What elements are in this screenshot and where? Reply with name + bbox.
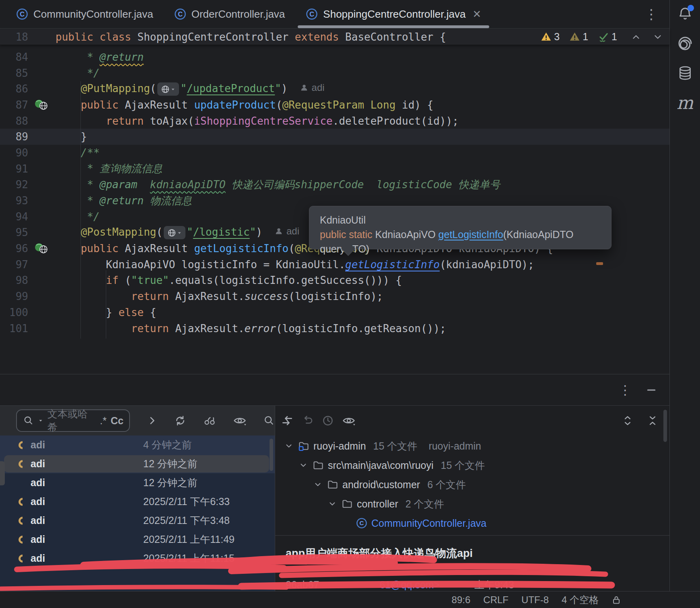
left-stripe-handle[interactable] <box>0 461 5 485</box>
log-search-field[interactable]: 文本或哈希 .* Cc <box>16 409 130 432</box>
gutter-icon-area <box>28 177 56 193</box>
line-number: 98 <box>0 274 28 286</box>
folder-icon <box>313 460 324 470</box>
tab-list-menu-icon[interactable]: ⋮ <box>644 7 658 21</box>
expand-all-icon[interactable] <box>622 415 633 427</box>
status-indent-setting[interactable]: 4 个空格 <box>562 594 599 606</box>
commit-row[interactable]: adi2025/2/11 下午3:48 <box>0 511 275 530</box>
url-mapping-gutter-icon[interactable] <box>34 243 50 254</box>
inline-url-chip[interactable] <box>164 226 185 239</box>
commit-hash-line: 96ab67 61@qq.com> 上午9:43 <box>286 578 514 592</box>
compare-icon[interactable] <box>281 414 294 427</box>
editor-tab-active[interactable]: CShoppingCentreController.java✕ <box>295 0 492 28</box>
error-stripe-mark[interactable] <box>596 262 603 265</box>
commit-list[interactable]: adi4 分钟之前adi12 分钟之前adi12 分钟之前adi2025/2/1… <box>0 435 275 591</box>
inline-url-chip[interactable] <box>157 82 179 96</box>
line-number: 84 <box>0 51 28 63</box>
tree-row[interactable]: controller2 个文件 <box>275 494 669 514</box>
ide-window: CCommunityController.javaCOrderControlle… <box>0 0 700 608</box>
gutter-icon-area <box>28 288 56 304</box>
next-problem-icon[interactable] <box>653 32 663 42</box>
code-line[interactable]: 98 if ("true".equals(logisticInfo.getSuc… <box>0 273 669 289</box>
maven-icon[interactable]: m <box>676 94 694 112</box>
tree-row[interactable]: CCommunityController.java <box>275 514 669 533</box>
status-line-ending[interactable]: CRLF <box>483 594 509 606</box>
notifications-icon[interactable] <box>676 5 694 23</box>
ai-assistant-icon[interactable] <box>676 35 694 52</box>
refresh-icon[interactable] <box>174 415 186 427</box>
chevron-down-icon[interactable] <box>327 499 338 508</box>
code-author-annotation: adi <box>300 82 325 93</box>
expand-search-icon[interactable] <box>147 415 157 426</box>
code-editor[interactable]: 18 public class ShoppingCentreController… <box>0 29 669 374</box>
code-line-text: /** <box>56 147 100 159</box>
code-line[interactable]: 85 */ <box>0 65 669 81</box>
code-line[interactable]: 91 * 查询物流信息 <box>0 161 669 177</box>
chevron-down-icon[interactable] <box>298 461 309 470</box>
code-line-text: return toAjax(iShoppingCentreService.del… <box>56 115 459 127</box>
database-icon[interactable] <box>676 64 694 82</box>
match-case-toggle[interactable]: Cc <box>111 415 124 427</box>
code-line[interactable]: 97 KdniaoApiVO logisticInfo = KdniaoUtil… <box>0 257 669 273</box>
code-line[interactable]: 99 return AjaxResult.success(logisticInf… <box>0 288 669 304</box>
code-line[interactable]: 90 /** <box>0 145 669 161</box>
regex-toggle[interactable]: .* <box>100 415 107 427</box>
tab-label: CommunityController.java <box>33 8 153 21</box>
code-line[interactable]: 89 } <box>0 129 669 145</box>
code-line[interactable]: 87 public AjaxResult updateProduct(@Requ… <box>0 97 669 113</box>
code-line[interactable]: 86 @PutMapping("/updateProduct")adi <box>0 81 669 97</box>
details-scrollbar[interactable] <box>663 410 667 442</box>
branches-icon[interactable] <box>203 415 216 427</box>
hide-tool-window-icon[interactable] <box>645 384 657 396</box>
code-line[interactable]: 101 return AjaxResult.error(logisticInfo… <box>0 320 669 337</box>
chevron-down-icon[interactable] <box>284 442 294 450</box>
warnings-count[interactable]: 3 <box>541 31 560 43</box>
readonly-lock-icon[interactable] <box>611 595 621 605</box>
ok-checks-count[interactable]: 1 <box>598 31 617 43</box>
url-mapping-gutter-icon[interactable] <box>34 99 50 111</box>
undo-icon[interactable] <box>302 415 314 427</box>
gutter-icon-area <box>28 304 56 320</box>
close-tab-icon[interactable]: ✕ <box>472 8 481 21</box>
tree-row[interactable]: src\main\java\com\ruoyi15 个文件 <box>275 456 669 475</box>
editor-tab[interactable]: CCommunityController.java <box>6 0 164 28</box>
eye-filter-icon[interactable] <box>233 415 247 427</box>
go-to-hash-icon[interactable] <box>264 415 275 426</box>
previous-problem-icon[interactable] <box>631 32 641 42</box>
tree-row[interactable]: ruoyi-admin15 个文件ruoyi-admin <box>275 436 669 456</box>
code-line[interactable]: 88 return toAjax(iShoppingCentreService.… <box>0 113 669 129</box>
history-icon[interactable] <box>322 415 334 427</box>
tree-row[interactable]: android\customer6 个文件 <box>275 475 669 494</box>
commit-row[interactable]: adi2025/2/11 上午11:15 <box>0 549 275 568</box>
commit-author: adi <box>31 553 45 564</box>
svg-text:C: C <box>360 520 364 526</box>
commit-author-email[interactable]: 61@qq.com> <box>379 579 440 591</box>
commit-row[interactable]: adi12 分钟之前 <box>0 473 275 492</box>
commit-row[interactable]: adi4 分钟之前 <box>0 435 275 454</box>
weak-warnings-count[interactable]: 1 <box>569 31 588 43</box>
tool-window-options-icon[interactable]: ⋮ <box>619 382 632 398</box>
status-encoding[interactable]: UTF-8 <box>521 594 549 606</box>
commit-hash[interactable]: 96ab67 <box>286 579 319 591</box>
svg-text:C: C <box>20 10 25 18</box>
changed-files-tree[interactable]: ruoyi-admin15 个文件ruoyi-adminsrc\main\jav… <box>275 435 669 533</box>
tree-node-name: android\customer <box>342 479 420 491</box>
collapse-all-icon[interactable] <box>647 415 658 427</box>
file-count: 15 个文件 <box>441 459 485 472</box>
status-caret-position[interactable]: 89:6 <box>452 594 471 606</box>
code-line-text: * @return <box>56 51 144 63</box>
gutter-icon-area <box>28 257 56 273</box>
commit-row[interactable]: adi12 分钟之前 <box>0 454 275 473</box>
code-line[interactable]: 92 * @param kdniaoApiDTO 快递公司编码shipperCo… <box>0 177 669 193</box>
editor-tab[interactable]: COrderController.java <box>164 0 296 28</box>
code-line[interactable]: 100 } else { <box>0 304 669 320</box>
code-line[interactable]: 84 * @return <box>0 49 669 65</box>
code-line-text: * 查询物流信息 <box>56 162 163 176</box>
gutter-icon-area <box>28 240 56 257</box>
commit-row[interactable]: adi2025/2/11 上午11:49 <box>0 530 275 549</box>
inspections-widget[interactable]: 311 <box>541 29 663 45</box>
chevron-down-icon[interactable] <box>313 480 323 489</box>
preview-diff-icon[interactable] <box>342 415 356 427</box>
commit-row[interactable]: adi2025/2/11 下午6:33 <box>0 492 275 511</box>
folder-icon <box>342 499 353 509</box>
